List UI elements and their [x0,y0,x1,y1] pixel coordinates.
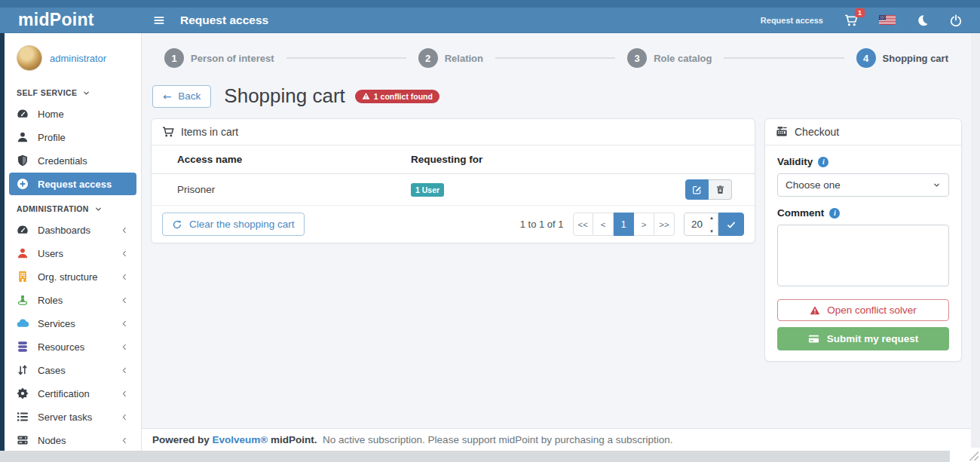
wizard-steps: 1 Person of interest 2 Relation 3 Role c… [164,48,948,68]
navbar-quick-link[interactable]: Request access [761,16,823,25]
sidebar-item-dashboards[interactable]: Dashboards [9,219,136,241]
comment-textarea[interactable] [777,225,949,286]
evolveum-link[interactable]: Evolveum® [213,434,268,445]
sidebar-item-label: Services [38,318,75,329]
page-footer: Powered by Evolveum® midPoint. No active… [142,428,971,451]
pagination: 1 to 1 of 1 << < 1 > >> [520,213,744,236]
apply-page-size-button[interactable] [718,213,744,236]
step-number: 4 [856,48,876,68]
cart-count-badge: 1 [855,8,865,18]
sidebar-item-org-structure[interactable]: Org. structure [9,265,136,288]
chevron-left-icon [121,413,129,421]
clear-cart-label: Clear the shopping cart [189,219,295,230]
sidebar-item-label: Resources [38,341,84,353]
hamburger-icon[interactable] [153,14,165,26]
sidebar-item-cases[interactable]: Cases [9,359,136,381]
chevron-left-icon [121,249,129,258]
comment-label-row: Comment i [777,207,949,219]
submit-request-button[interactable]: Submit my request [777,327,949,350]
step-label: Role catalog [654,53,712,64]
sidebar-item-profile[interactable]: Profile [9,126,136,148]
cloud-icon [16,317,29,329]
section-label-text: ADMINISTRATION [17,204,89,213]
step-connector [286,57,406,59]
column-header-access-name: Access name [152,145,399,173]
step-connector [495,57,615,59]
sidebar-item-label: Dashboards [38,225,90,236]
sidebar-item-home[interactable]: Home [9,102,136,125]
arrow-left-icon: ← [163,90,171,102]
info-icon[interactable]: i [829,208,840,219]
tasks-icon [16,411,29,423]
sidebar-item-nodes[interactable]: Nodes [9,429,136,451]
user-block: administrator [5,41,141,80]
back-button[interactable]: ← Back [152,85,211,108]
chevron-left-icon [121,320,129,328]
tachometer-icon [16,224,29,236]
sidebar-item-users[interactable]: Users [9,242,136,265]
step-number: 2 [418,48,438,68]
open-conflict-solver-button[interactable]: Open conflict solver [777,299,949,321]
pagination-prev-button[interactable]: < [593,213,614,236]
wizard-step-relation[interactable]: 2 Relation [418,48,483,68]
user-icon [16,247,29,259]
wizard-step-role-catalog[interactable]: 3 Role catalog [627,48,712,68]
flag-us-icon[interactable] [879,15,896,25]
sidebar-item-label: Cases [38,365,66,376]
moon-icon[interactable] [917,14,929,26]
server-icon [16,434,29,446]
sidebar-item-label: Home [38,109,64,120]
warning-icon [810,305,820,316]
validity-select[interactable]: Choose one [777,173,949,197]
sidebar-item-label: Server tasks [38,412,92,423]
page-title: Shopping cart [224,84,345,108]
pagination-first-button[interactable]: << [573,213,593,236]
clear-cart-button[interactable]: Clear the shopping cart [162,213,305,236]
username-link[interactable]: administrator [50,53,106,64]
chevron-left-icon [121,226,129,234]
sidebar-item-label: Profile [38,132,66,143]
wizard-step-person-of-interest[interactable]: 1 Person of interest [164,48,274,68]
database-icon [16,341,29,353]
sidebar-item-roles[interactable]: Roles [9,289,136,311]
powered-by-text: Powered by [152,434,213,445]
delete-item-button[interactable] [709,179,732,200]
edit-item-button[interactable] [685,179,709,200]
sidebar-item-services[interactable]: Services [9,312,136,335]
sidebar-section-administration[interactable]: ADMINISTRATION [5,196,141,219]
validity-label: Validity [777,156,813,167]
pagination-next-button[interactable]: > [634,213,654,236]
sidebar-item-credentials[interactable]: Credentials [9,149,136,172]
title-row: ← Back Shopping cart 1 conflict found [152,84,962,108]
table-row: Prisoner 1 User [152,174,755,206]
wizard-step-shopping-cart[interactable]: 4 Shopping cart [856,48,948,68]
validity-selected-value: Choose one [786,179,841,191]
navbar: midPoint Request access Request access 1 [0,8,980,33]
sidebar-item-label: Roles [38,295,63,306]
case-arrows-icon [16,364,29,376]
edit-icon [692,185,702,194]
items-panel-title: Items in cart [181,126,238,138]
table-header-row: Access name Requesting for [152,145,755,174]
pagination-page-1-button[interactable]: 1 [614,213,634,236]
tachometer-icon [16,108,29,120]
cash-register-icon [776,126,788,138]
cart-icon[interactable]: 1 [844,14,858,27]
info-icon[interactable]: i [818,157,828,167]
power-icon[interactable] [950,14,962,26]
sidebar-item-request-access[interactable]: Request access [9,173,136,195]
sidebar-section-self-service[interactable]: SELF SERVICE [5,80,141,102]
sidebar-item-certification[interactable]: Certification [9,382,136,405]
checkout-panel-header: Checkout [765,119,961,145]
back-label: Back [178,90,201,102]
app-logo: midPoint [0,10,142,30]
sidebar-item-label: Credentials [38,155,87,167]
submit-button-label: Submit my request [827,333,919,344]
validity-label-row: Validity i [777,156,949,167]
sidebar-item-resources[interactable]: Resources [9,335,136,358]
pagination-last-button[interactable]: >> [654,213,675,236]
sidebar-item-server-tasks[interactable]: Server tasks [9,405,136,428]
subscription-note: No active subscription. Please support m… [320,434,672,445]
avatar [17,45,42,71]
spinner-arrows[interactable]: ▴▾ [707,215,716,234]
